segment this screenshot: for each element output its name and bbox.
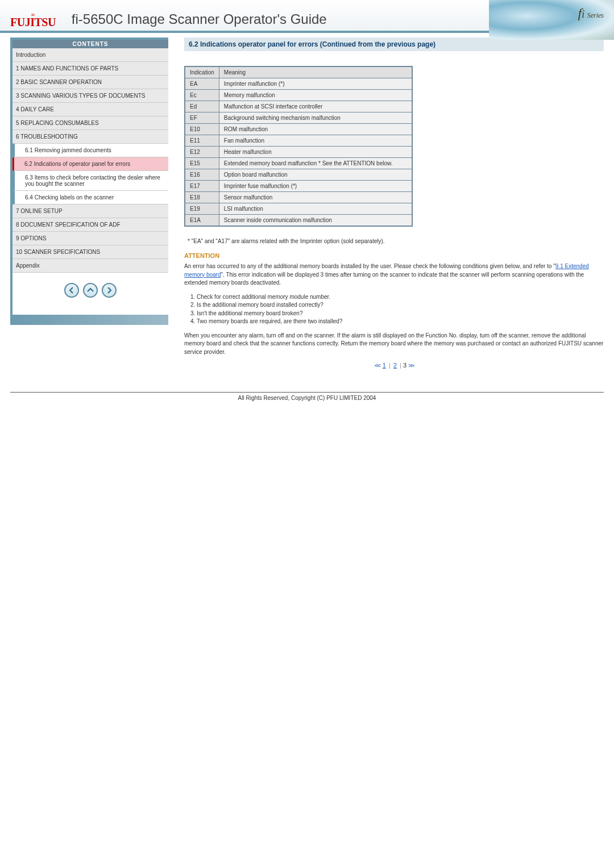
table-row: E18Sensor malfunction bbox=[185, 192, 412, 203]
error-meaning: Scanner inside communication malfunction bbox=[219, 215, 412, 227]
sidebar-item[interactable]: 10 SCANNER SPECIFICATIONS bbox=[13, 245, 168, 259]
sidebar-item[interactable]: 5 REPLACING CONSUMABLES bbox=[13, 116, 168, 130]
condition-item: Two memory boards are required, are ther… bbox=[197, 318, 604, 326]
footer-divider bbox=[10, 392, 604, 393]
table-row: E15Extended memory board malfunction * S… bbox=[185, 158, 412, 169]
attention-heading: ATTENTION bbox=[184, 252, 604, 259]
sidebar-subitem[interactable]: 6.3 Items to check before contacting the… bbox=[13, 171, 168, 191]
table-row: E10ROM malfunction bbox=[185, 124, 412, 135]
table-row: E11Fan malfunction bbox=[185, 135, 412, 147]
header: ∞ FUJITSU fi-5650C Image Scanner Operato… bbox=[0, 0, 614, 33]
error-meaning: Imprinter fuse malfunction (*) bbox=[219, 181, 412, 192]
closing-paragraph: When you encounter any alarm, turn off a… bbox=[184, 332, 604, 357]
condition-item: Isn't the additional memory board broken… bbox=[197, 310, 604, 318]
error-meaning: Sensor malfunction bbox=[219, 192, 412, 203]
table-row: E17Imprinter fuse malfunction (*) bbox=[185, 181, 412, 192]
table-row: E12Heater malfunction bbox=[185, 147, 412, 158]
error-meaning: Imprinter malfunction (*) bbox=[219, 78, 412, 90]
page-next[interactable]: >> bbox=[408, 362, 413, 369]
sidebar-item[interactable]: 9 OPTIONS bbox=[13, 232, 168, 245]
error-code: Ed bbox=[185, 101, 219, 112]
brand-logo: ∞ FUJITSU bbox=[10, 12, 56, 27]
table-row: EdMalfunction at SCSI interface controll… bbox=[185, 101, 412, 112]
page-link-2[interactable]: 2 bbox=[393, 362, 397, 369]
sidebar: CONTENTS Introduction1 NAMES AND FUNCTIO… bbox=[10, 37, 168, 325]
table-row: EcMemory malfunction bbox=[185, 90, 412, 101]
sidebar-footer-bar bbox=[13, 315, 168, 325]
sidebar-item[interactable]: Introduction bbox=[13, 48, 168, 62]
series-badge: fi Series bbox=[489, 0, 614, 40]
sidebar-item[interactable]: Appendix bbox=[13, 259, 168, 273]
table-row: EFBackground switching mechanism malfunc… bbox=[185, 112, 412, 124]
error-code: E10 bbox=[185, 124, 219, 135]
brand-logo-text: FUJITSU bbox=[10, 17, 56, 27]
table-header-meaning: Meaning bbox=[219, 66, 412, 78]
error-meaning: ROM malfunction bbox=[219, 124, 412, 135]
error-code: E15 bbox=[185, 158, 219, 169]
error-meaning: Background switching mechanism malfuncti… bbox=[219, 112, 412, 124]
table-footnote: * "EA" and "A17" are alarms related with… bbox=[188, 238, 604, 244]
error-meaning: Extended memory board malfunction * See … bbox=[219, 158, 412, 169]
page-link-1[interactable]: 1 bbox=[383, 362, 386, 369]
error-meaning: Heater malfunction bbox=[219, 147, 412, 158]
table-row: EAImprinter malfunction (*) bbox=[185, 78, 412, 90]
sidebar-subitem[interactable]: 6.2 Indications of operator panel for er… bbox=[13, 157, 168, 171]
attention-text-pre: An error has occurred to any of the addi… bbox=[184, 263, 555, 269]
table-row: E19LSI malfunction bbox=[185, 203, 412, 215]
error-table: Indication Meaning EAImprinter malfuncti… bbox=[184, 66, 413, 227]
error-code: E18 bbox=[185, 192, 219, 203]
table-header-indication: Indication bbox=[185, 66, 219, 78]
error-meaning: LSI malfunction bbox=[219, 203, 412, 215]
nav-controls bbox=[13, 273, 168, 315]
error-code: E11 bbox=[185, 135, 219, 147]
table-row: E16Option board malfunction bbox=[185, 169, 412, 181]
error-code: EF bbox=[185, 112, 219, 124]
conditions-list: Check for correct additional memory modu… bbox=[197, 293, 604, 326]
attention-text-post: ". This error indication will be display… bbox=[184, 272, 584, 286]
error-code: E19 bbox=[185, 203, 219, 215]
table-row: E1AScanner inside communication malfunct… bbox=[185, 215, 412, 227]
condition-item: Is the additional memory board installed… bbox=[197, 301, 604, 310]
nav-prev-button[interactable] bbox=[64, 283, 79, 298]
sidebar-item[interactable]: 4 DAILY CARE bbox=[13, 103, 168, 116]
error-meaning: Fan malfunction bbox=[219, 135, 412, 147]
nav-up-button[interactable] bbox=[83, 283, 98, 298]
error-code: EA bbox=[185, 78, 219, 90]
nav-next-button[interactable] bbox=[102, 283, 117, 298]
main-content: 6.2 Indications operator panel for error… bbox=[184, 37, 604, 369]
error-code: E1A bbox=[185, 215, 219, 227]
error-code: E17 bbox=[185, 181, 219, 192]
attention-paragraph: An error has occurred to any of the addi… bbox=[184, 262, 604, 287]
error-code: E16 bbox=[185, 169, 219, 181]
sidebar-item[interactable]: 7 ONLINE SETUP bbox=[13, 205, 168, 218]
sidebar-item[interactable]: 2 BASIC SCANNER OPERATION bbox=[13, 76, 168, 89]
sidebar-item[interactable]: 3 SCANNING VARIOUS TYPES OF DOCUMENTS bbox=[13, 89, 168, 103]
error-code: E12 bbox=[185, 147, 219, 158]
error-meaning: Memory malfunction bbox=[219, 90, 412, 101]
sidebar-subitem[interactable]: 6.4 Checking labels on the scanner bbox=[13, 191, 168, 205]
error-meaning: Malfunction at SCSI interface controller bbox=[219, 101, 412, 112]
pagination: << 1 | 2 | 3 >> bbox=[184, 362, 604, 369]
page-title: fi-5650C Image Scanner Operator's Guide bbox=[72, 11, 327, 27]
error-meaning: Option board malfunction bbox=[219, 169, 412, 181]
error-code: Ec bbox=[185, 90, 219, 101]
contents-header: CONTENTS bbox=[13, 40, 168, 48]
sidebar-item[interactable]: 8 DOCUMENT SPECIFICATION OF ADF bbox=[13, 218, 168, 232]
sidebar-item[interactable]: 6 TROUBLESHOOTING bbox=[13, 130, 168, 144]
sidebar-item[interactable]: 1 NAMES AND FUNCTIONS OF PARTS bbox=[13, 62, 168, 76]
page-prev[interactable]: << bbox=[375, 362, 380, 369]
condition-item: Check for correct additional memory modu… bbox=[197, 293, 604, 302]
page-current: 3 bbox=[403, 362, 406, 369]
sidebar-subitem[interactable]: 6.1 Removing jammed documents bbox=[13, 144, 168, 157]
series-label: fi Series bbox=[578, 6, 604, 21]
footer-copyright: All Rights Reserved, Copyright (C) PFU L… bbox=[0, 395, 614, 408]
